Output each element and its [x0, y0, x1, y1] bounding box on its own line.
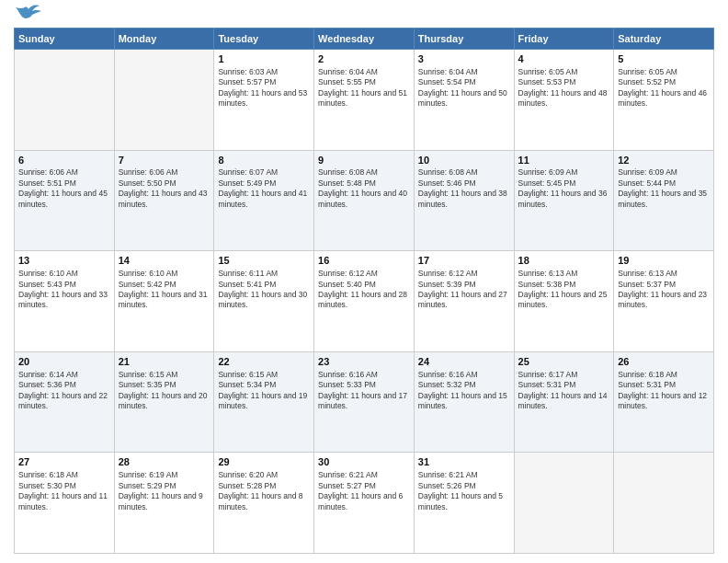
daylight-text: Daylight: 11 hours and 28 minutes.	[318, 290, 407, 309]
daylight-text: Daylight: 11 hours and 50 minutes.	[418, 88, 507, 108]
sunrise-text: Sunrise: 6:09 AM	[518, 167, 578, 177]
day-header-friday: Friday	[514, 29, 614, 50]
daylight-text: Daylight: 11 hours and 12 minutes.	[618, 391, 707, 410]
day-number: 20	[18, 355, 110, 369]
sunset-text: Sunset: 5:41 PM	[218, 280, 276, 289]
daylight-text: Daylight: 11 hours and 19 minutes.	[218, 391, 307, 410]
daylight-text: Daylight: 11 hours and 8 minutes.	[218, 491, 302, 511]
sunrise-text: Sunrise: 6:20 AM	[218, 470, 278, 479]
daylight-text: Daylight: 11 hours and 38 minutes.	[418, 189, 507, 208]
calendar-week-row: 13Sunrise: 6:10 AMSunset: 5:43 PMDayligh…	[15, 251, 714, 352]
sunrise-text: Sunrise: 6:16 AM	[418, 370, 478, 379]
calendar-cell: 26Sunrise: 6:18 AMSunset: 5:31 PMDayligh…	[614, 351, 714, 453]
calendar-cell	[614, 453, 714, 554]
sunrise-text: Sunrise: 6:03 AM	[218, 67, 278, 76]
sunrise-text: Sunrise: 6:08 AM	[418, 167, 478, 177]
sunset-text: Sunset: 5:31 PM	[518, 380, 576, 389]
calendar-cell: 5Sunrise: 6:05 AMSunset: 5:52 PMDaylight…	[614, 50, 714, 151]
day-number: 30	[318, 455, 410, 469]
day-number: 18	[518, 254, 610, 268]
sunset-text: Sunset: 5:35 PM	[119, 380, 176, 389]
daylight-text: Daylight: 11 hours and 23 minutes.	[618, 290, 707, 309]
calendar-cell: 1Sunrise: 6:03 AMSunset: 5:57 PMDaylight…	[214, 50, 314, 151]
sunset-text: Sunset: 5:55 PM	[318, 77, 376, 86]
sunrise-text: Sunrise: 6:16 AM	[318, 370, 378, 379]
day-number: 26	[618, 355, 710, 369]
day-number: 6	[18, 154, 110, 167]
daylight-text: Daylight: 11 hours and 43 minutes.	[119, 189, 208, 208]
sunset-text: Sunset: 5:48 PM	[318, 178, 376, 188]
calendar-cell: 6Sunrise: 6:06 AMSunset: 5:51 PMDaylight…	[15, 150, 115, 251]
sunrise-text: Sunrise: 6:10 AM	[119, 269, 178, 278]
sunset-text: Sunset: 5:54 PM	[418, 77, 476, 86]
day-header-monday: Monday	[114, 29, 214, 50]
calendar-cell	[514, 453, 614, 554]
calendar-cell: 23Sunrise: 6:16 AMSunset: 5:33 PMDayligh…	[314, 351, 415, 453]
daylight-text: Daylight: 11 hours and 15 minutes.	[418, 391, 507, 410]
calendar-cell: 2Sunrise: 6:04 AMSunset: 5:55 PMDaylight…	[314, 50, 415, 151]
calendar-cell: 3Sunrise: 6:04 AMSunset: 5:54 PMDaylight…	[414, 50, 514, 151]
sunset-text: Sunset: 5:29 PM	[119, 481, 176, 490]
sunset-text: Sunset: 5:52 PM	[618, 77, 676, 86]
day-number: 22	[218, 355, 310, 369]
calendar-cell: 14Sunrise: 6:10 AMSunset: 5:42 PMDayligh…	[114, 251, 214, 352]
sunset-text: Sunset: 5:40 PM	[318, 280, 376, 289]
sunrise-text: Sunrise: 6:13 AM	[618, 269, 677, 278]
day-number: 14	[119, 254, 210, 268]
sunset-text: Sunset: 5:44 PM	[618, 178, 676, 188]
calendar-cell: 10Sunrise: 6:08 AMSunset: 5:46 PMDayligh…	[414, 150, 514, 251]
day-number: 2	[318, 52, 410, 66]
sunrise-text: Sunrise: 6:08 AM	[318, 167, 378, 177]
daylight-text: Daylight: 11 hours and 51 minutes.	[318, 88, 407, 108]
daylight-text: Daylight: 11 hours and 9 minutes.	[119, 491, 203, 511]
day-number: 5	[618, 52, 710, 66]
sunset-text: Sunset: 5:45 PM	[518, 178, 576, 188]
sunrise-text: Sunrise: 6:18 AM	[618, 370, 677, 379]
sunset-text: Sunset: 5:53 PM	[518, 77, 576, 86]
sunrise-text: Sunrise: 6:09 AM	[618, 167, 677, 177]
day-number: 15	[218, 254, 310, 268]
sunset-text: Sunset: 5:39 PM	[418, 280, 476, 289]
calendar-cell: 4Sunrise: 6:05 AMSunset: 5:53 PMDaylight…	[514, 50, 614, 151]
sunset-text: Sunset: 5:28 PM	[218, 481, 276, 490]
daylight-text: Daylight: 11 hours and 5 minutes.	[418, 491, 503, 511]
calendar-cell: 28Sunrise: 6:19 AMSunset: 5:29 PMDayligh…	[114, 453, 214, 554]
sunrise-text: Sunrise: 6:12 AM	[318, 269, 378, 278]
daylight-text: Daylight: 11 hours and 14 minutes.	[518, 391, 608, 410]
day-header-sunday: Sunday	[15, 29, 115, 50]
calendar-cell	[114, 50, 214, 151]
day-number: 25	[518, 355, 610, 369]
calendar-cell: 15Sunrise: 6:11 AMSunset: 5:41 PMDayligh…	[214, 251, 314, 352]
sunrise-text: Sunrise: 6:15 AM	[119, 370, 178, 379]
sunset-text: Sunset: 5:49 PM	[218, 178, 276, 188]
sunrise-text: Sunrise: 6:10 AM	[18, 269, 78, 278]
sunset-text: Sunset: 5:30 PM	[18, 481, 76, 490]
daylight-text: Daylight: 11 hours and 31 minutes.	[119, 290, 208, 309]
calendar-week-row: 27Sunrise: 6:18 AMSunset: 5:30 PMDayligh…	[15, 453, 714, 554]
daylight-text: Daylight: 11 hours and 40 minutes.	[318, 189, 407, 208]
day-number: 28	[119, 455, 210, 469]
day-number: 31	[418, 455, 510, 469]
day-number: 3	[418, 52, 510, 66]
day-number: 7	[119, 154, 210, 167]
calendar-cell: 29Sunrise: 6:20 AMSunset: 5:28 PMDayligh…	[214, 453, 314, 554]
logo	[14, 9, 41, 20]
header	[14, 9, 714, 20]
daylight-text: Daylight: 11 hours and 35 minutes.	[618, 189, 707, 208]
calendar-header-row: SundayMondayTuesdayWednesdayThursdayFrid…	[15, 29, 714, 50]
calendar-cell: 30Sunrise: 6:21 AMSunset: 5:27 PMDayligh…	[314, 453, 415, 554]
sunrise-text: Sunrise: 6:19 AM	[119, 470, 178, 479]
day-header-thursday: Thursday	[414, 29, 514, 50]
sunrise-text: Sunrise: 6:05 AM	[618, 67, 677, 76]
sunset-text: Sunset: 5:51 PM	[18, 178, 76, 188]
sunset-text: Sunset: 5:38 PM	[518, 280, 576, 289]
sunset-text: Sunset: 5:43 PM	[18, 280, 76, 289]
calendar-cell: 20Sunrise: 6:14 AMSunset: 5:36 PMDayligh…	[15, 351, 115, 453]
sunset-text: Sunset: 5:46 PM	[418, 178, 476, 188]
sunrise-text: Sunrise: 6:05 AM	[518, 67, 578, 76]
calendar-cell: 7Sunrise: 6:06 AMSunset: 5:50 PMDaylight…	[114, 150, 214, 251]
calendar-cell: 9Sunrise: 6:08 AMSunset: 5:48 PMDaylight…	[314, 150, 415, 251]
sunrise-text: Sunrise: 6:14 AM	[18, 370, 78, 379]
daylight-text: Daylight: 11 hours and 33 minutes.	[18, 290, 108, 309]
sunrise-text: Sunrise: 6:04 AM	[418, 67, 478, 76]
